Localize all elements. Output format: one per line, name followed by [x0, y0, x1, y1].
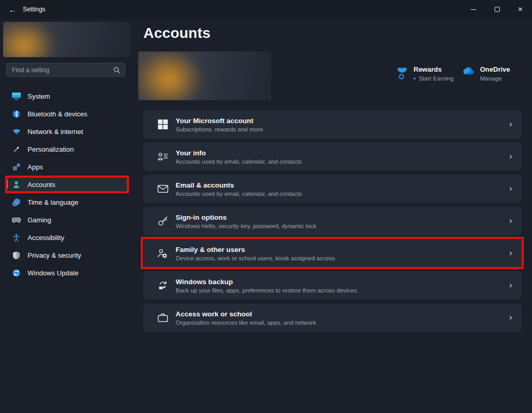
sidebar-item-label: Bluetooth & devices: [28, 110, 87, 118]
sidebar-item-bluetooth-devices[interactable]: Bluetooth & devices: [6, 105, 129, 123]
rewards-trophy-icon: [396, 66, 408, 83]
back-arrow-icon: ←: [9, 5, 17, 14]
sidebar-item-label: System: [28, 92, 50, 100]
sidebar-nav: System Bluetooth & devices Network & int…: [0, 87, 135, 282]
minimize-button[interactable]: [462, 0, 485, 19]
maximize-icon: [495, 7, 500, 12]
shield-icon: [11, 250, 21, 260]
card-title: Your info: [176, 149, 302, 157]
close-button[interactable]: ✕: [509, 0, 532, 19]
email-envelope-icon: [156, 184, 169, 193]
accessibility-person-icon: [11, 233, 21, 243]
your-info-icon: [156, 152, 169, 162]
chevron-right-icon: ›: [509, 280, 512, 290]
onedrive-title: OneDrive: [480, 65, 510, 73]
card-title: Family & other users: [176, 246, 335, 254]
card-title: Windows backup: [176, 278, 357, 286]
card-subtitle: Back up your files, apps, preferences to…: [176, 287, 357, 294]
onedrive-promo[interactable]: OneDrive Manage: [460, 65, 510, 82]
sidebar-item-gaming[interactable]: Gaming: [6, 211, 129, 229]
briefcase-icon: [156, 313, 169, 323]
card-your-info[interactable]: Your info Accounts used by email, calend…: [143, 142, 522, 171]
sidebar-item-label: Apps: [28, 163, 43, 171]
sidebar-item-privacy-security[interactable]: Privacy & security: [6, 246, 129, 264]
card-access-work-school[interactable]: Access work or school Organization resou…: [143, 303, 522, 332]
sidebar-item-label: Time & language: [28, 198, 78, 206]
card-subtitle: Accounts used by email, calendar, and co…: [176, 191, 302, 197]
bluetooth-icon: [11, 109, 21, 119]
card-subtitle: Accounts used by email, calendar, and co…: [176, 158, 302, 165]
onedrive-action-link[interactable]: Manage: [480, 75, 502, 82]
sidebar-item-label: Privacy & security: [28, 251, 81, 259]
page-title: Accounts: [143, 25, 210, 42]
card-subtitle: Device access, work or school users, kio…: [176, 255, 335, 261]
window-title: Settings: [23, 6, 45, 13]
sidebar-item-system[interactable]: System: [6, 87, 129, 105]
apps-icon: [11, 162, 21, 172]
sidebar-item-label: Gaming: [28, 216, 51, 224]
card-title: Sign-in options: [176, 214, 316, 221]
accounts-person-icon: [11, 180, 21, 190]
sidebar-item-label: Accessibility: [28, 234, 64, 242]
chevron-right-icon: ›: [509, 119, 512, 129]
sidebar-item-windows-update[interactable]: Windows Update: [6, 264, 129, 282]
sidebar-item-accounts[interactable]: Accounts: [6, 176, 129, 193]
card-subtitle: Subscriptions, rewards and more: [176, 126, 263, 132]
chevron-right-icon: ›: [509, 216, 512, 226]
card-family-other-users[interactable]: Family & other users Device access, work…: [143, 239, 522, 268]
chevron-right-icon: ›: [509, 151, 512, 162]
sidebar-item-label: Windows Update: [28, 269, 78, 277]
sidebar-item-personalization[interactable]: Personalization: [6, 140, 129, 158]
close-icon: ✕: [517, 6, 523, 13]
start-earning-dot: [414, 77, 416, 79]
paintbrush-icon: [11, 144, 21, 154]
sidebar-item-network-internet[interactable]: Network & internet: [6, 123, 129, 140]
chevron-right-icon: ›: [509, 183, 512, 194]
user-profile-blurred-image: [3, 22, 131, 57]
system-icon: [11, 91, 21, 101]
account-banner-blurred-image: [138, 51, 271, 100]
sidebar-item-label: Personalization: [28, 145, 74, 153]
microsoft-logo-icon: [156, 119, 169, 130]
card-subtitle: Organization resources like email, apps,…: [176, 319, 316, 326]
family-add-user-icon: [156, 248, 169, 259]
sidebar: System Bluetooth & devices Network & int…: [0, 19, 135, 413]
card-title: Access work or school: [176, 310, 316, 318]
chevron-right-icon: ›: [509, 312, 512, 323]
time-language-icon: [11, 197, 21, 207]
search-icon: [113, 66, 121, 76]
search-input[interactable]: [7, 63, 125, 76]
backup-sync-icon: [156, 280, 169, 291]
settings-window: ← Settings ✕ System: [0, 0, 532, 413]
card-subtitle: Windows Hello, security key, password, d…: [176, 223, 316, 229]
card-title: Your Microsoft account: [176, 117, 263, 125]
rewards-promo[interactable]: Rewards Start Earning: [396, 65, 454, 83]
card-sign-in-options[interactable]: Sign-in options Windows Hello, security …: [143, 207, 522, 235]
rewards-title: Rewards: [414, 65, 454, 73]
minimize-icon: [471, 9, 476, 10]
sidebar-item-label: Accounts: [28, 181, 55, 189]
window-controls: ✕: [462, 0, 532, 19]
sidebar-item-label: Network & internet: [28, 128, 83, 136]
windows-update-icon: [11, 268, 21, 278]
sidebar-item-accessibility[interactable]: Accessibility: [6, 229, 129, 246]
card-email-accounts[interactable]: Email & accounts Accounts used by email,…: [143, 175, 522, 203]
titlebar: ← Settings ✕: [0, 0, 532, 19]
settings-search: [6, 63, 125, 77]
card-title: Email & accounts: [176, 181, 302, 189]
sidebar-item-time-language[interactable]: Time & language: [6, 193, 129, 211]
gamepad-icon: [11, 215, 21, 225]
key-icon: [156, 216, 169, 227]
sidebar-item-apps[interactable]: Apps: [6, 158, 129, 176]
card-your-microsoft-account[interactable]: Your Microsoft account Subscriptions, re…: [143, 110, 522, 139]
chevron-right-icon: ›: [509, 248, 512, 258]
maximize-button[interactable]: [485, 0, 509, 19]
card-windows-backup[interactable]: Windows backup Back up your files, apps,…: [143, 271, 522, 300]
wifi-icon: [11, 127, 21, 137]
back-button[interactable]: ←: [4, 2, 21, 17]
onedrive-cloud-icon: [460, 66, 474, 77]
rewards-action-link[interactable]: Start Earning: [419, 75, 454, 82]
